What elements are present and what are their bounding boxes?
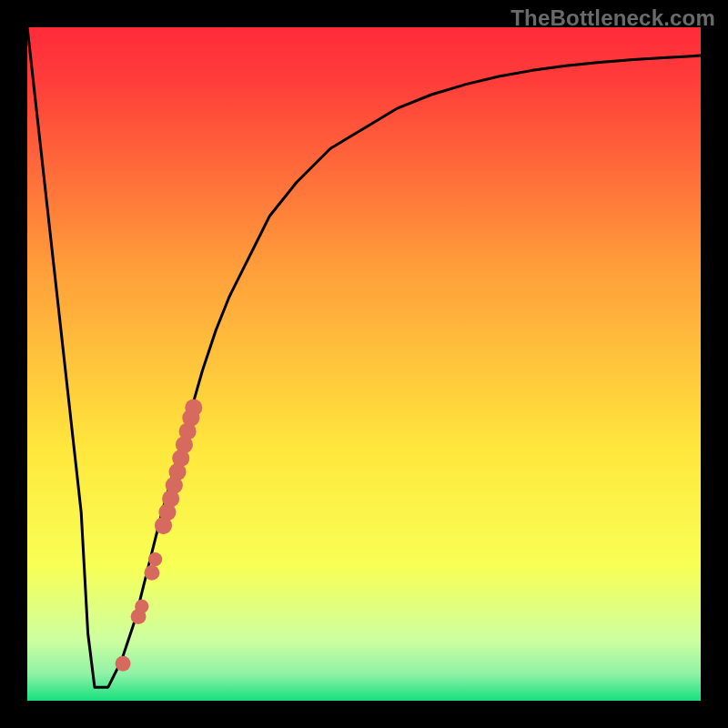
plot-area [27, 27, 701, 701]
data-point [116, 656, 131, 672]
data-point [135, 600, 148, 613]
chart-frame: { "watermark": "TheBottleneck.com", "col… [0, 0, 728, 728]
chart-svg [27, 27, 701, 701]
data-point [148, 552, 162, 566]
data-point [185, 399, 202, 417]
data-point [144, 565, 159, 581]
